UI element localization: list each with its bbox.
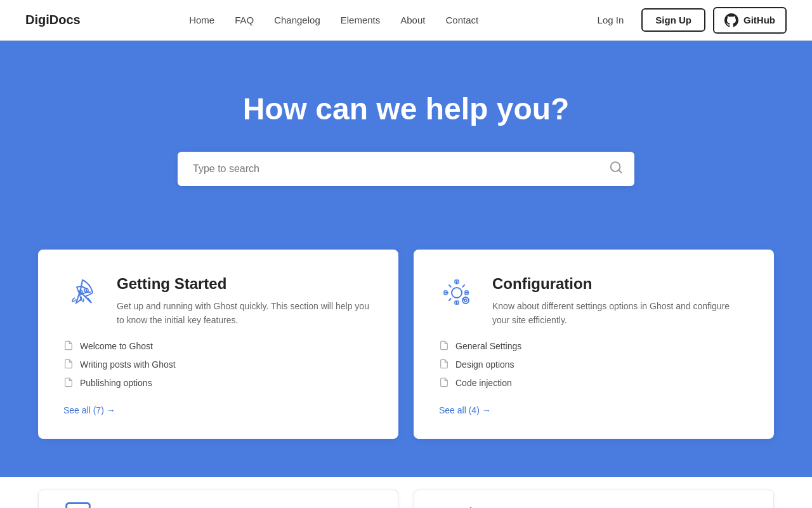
file-icon [63, 359, 74, 371]
card-title: Configuration [492, 275, 749, 293]
cards-grid: Getting Started Get up and running with … [38, 250, 774, 439]
bottom-cards-grid: Theme Features Customization [38, 490, 774, 508]
list-item: Code injection [439, 377, 749, 389]
login-button[interactable]: Log In [587, 10, 634, 30]
file-icon [439, 377, 449, 389]
nav-changelog[interactable]: Changelog [274, 15, 320, 25]
card-title: Getting Started [117, 275, 373, 293]
list-item: Publishing options [63, 377, 373, 389]
file-icon [63, 377, 74, 389]
card-description: Know about different settings options in… [492, 299, 749, 328]
card-getting-started: Getting Started Get up and running with … [38, 250, 398, 439]
signup-button[interactable]: Sign Up [641, 8, 705, 32]
link-welcome[interactable]: Welcome to Ghost [80, 341, 153, 351]
nav-home[interactable]: Home [189, 15, 214, 25]
svg-rect-8 [465, 291, 468, 295]
card-description: Get up and running with Ghost quickly. T… [117, 299, 373, 328]
nav-about[interactable]: About [400, 15, 425, 25]
svg-rect-7 [444, 291, 447, 295]
navbar: DigiDocs Home FAQ Changelog Elements Abo… [0, 0, 812, 41]
card-customization: Customization [414, 490, 774, 508]
brand-logo[interactable]: DigiDocs [25, 13, 81, 27]
nav-faq[interactable]: FAQ [235, 15, 254, 25]
file-icon [439, 359, 449, 371]
hero-section: How can we help you? [0, 41, 812, 250]
svg-point-9 [462, 297, 469, 304]
hero-heading: How can we help you? [25, 91, 787, 126]
card-links: Welcome to Ghost Writing posts with Ghos… [63, 340, 373, 389]
customization-icon [440, 501, 480, 508]
github-button[interactable]: GitHub [713, 7, 787, 34]
nav-links: Home FAQ Changelog Elements About Contac… [189, 15, 478, 26]
svg-rect-5 [455, 280, 459, 283]
gear-icon [439, 275, 477, 313]
card-header: Configuration Know about different setti… [439, 275, 749, 328]
nav-elements[interactable]: Elements [341, 15, 381, 25]
svg-point-4 [452, 288, 462, 298]
card-configuration: Configuration Know about different setti… [414, 250, 774, 439]
rocket-icon [63, 275, 102, 313]
github-icon [724, 13, 738, 27]
card-title-group: Configuration Know about different setti… [492, 275, 749, 328]
file-icon [63, 340, 74, 352]
bottom-cards-section: Theme Features Customization [0, 477, 812, 508]
list-item: General Settings [439, 340, 749, 352]
svg-rect-6 [455, 301, 459, 304]
cards-section: Getting Started Get up and running with … [0, 250, 812, 477]
search-input[interactable] [178, 152, 634, 186]
nav-contact[interactable]: Contact [445, 15, 478, 25]
card-links: General Settings Design options Code inj… [439, 340, 749, 389]
card-header: Getting Started Get up and running with … [63, 275, 373, 328]
see-all-configuration[interactable]: See all (4) → [439, 405, 491, 415]
nav-actions: Log In Sign Up GitHub [587, 7, 787, 34]
monitor-icon [64, 500, 92, 508]
card-theme-features: Theme Features [38, 490, 398, 508]
link-writing[interactable]: Writing posts with Ghost [80, 359, 176, 370]
file-icon [439, 340, 449, 352]
list-item: Welcome to Ghost [63, 340, 373, 352]
link-publishing[interactable]: Publishing options [80, 378, 152, 388]
link-general-settings[interactable]: General Settings [455, 341, 521, 351]
card-title-group: Getting Started Get up and running with … [117, 275, 373, 328]
link-design-options[interactable]: Design options [455, 359, 514, 370]
svg-rect-11 [67, 503, 90, 508]
see-all-getting-started[interactable]: See all (7) → [63, 405, 115, 415]
link-code-injection[interactable]: Code injection [455, 378, 512, 388]
search-bar [178, 152, 634, 186]
github-label: GitHub [743, 15, 775, 25]
list-item: Design options [439, 359, 749, 371]
list-item: Writing posts with Ghost [63, 359, 373, 371]
